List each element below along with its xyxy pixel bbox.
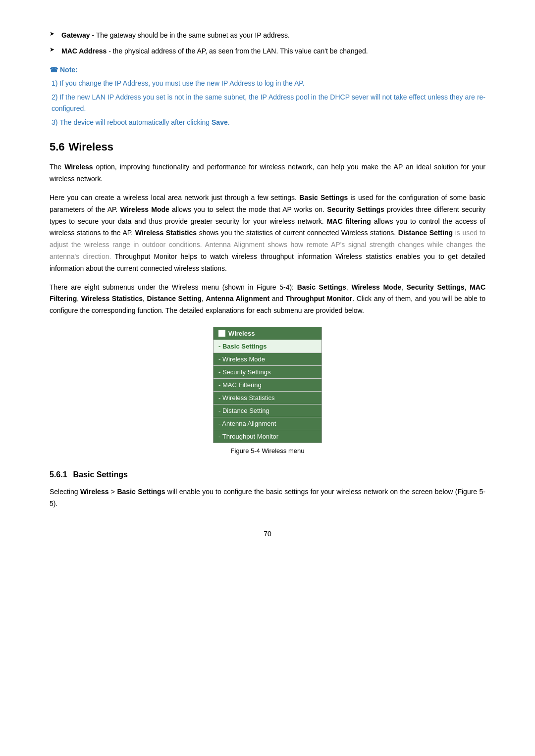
note-text-2: If the new LAN IP Address you set is not… bbox=[52, 93, 485, 112]
note-item-1: 1)If you change the IP Address, you must… bbox=[50, 78, 485, 89]
note-phone-icon: ☎ bbox=[50, 66, 58, 74]
bullet-mac-body: - the physical address of the AP, as see… bbox=[107, 47, 368, 55]
menu-item-wireless-mode-label: - Wireless Mode bbox=[218, 355, 265, 363]
menu-item-throughput-monitor[interactable]: - Throughput Monitor bbox=[214, 430, 321, 443]
menu-header-icon bbox=[218, 330, 225, 337]
wireless-menu: Wireless - Basic Settings - Wireless Mod… bbox=[213, 327, 322, 443]
menu-item-distance-setting-label: - Distance Setting bbox=[218, 407, 269, 414]
note-num-2: 2) bbox=[52, 93, 57, 101]
bullet-arrow-1: ➤ bbox=[50, 30, 54, 37]
bullet-mac: ➤ MAC Address - the physical address of … bbox=[50, 46, 485, 56]
menu-item-throughput-monitor-label: - Throughput Monitor bbox=[218, 433, 278, 440]
subsection-number: 5.6.1 bbox=[50, 470, 67, 479]
note-text-1: If you change the IP Address, you must u… bbox=[59, 79, 304, 87]
menu-item-antenna-alignment[interactable]: - Antenna Alignment bbox=[214, 417, 321, 430]
page-number: 70 bbox=[50, 530, 485, 538]
note-item-3: 3)The device will reboot automatically a… bbox=[50, 117, 485, 128]
menu-container: Wireless - Basic Settings - Wireless Mod… bbox=[50, 327, 485, 457]
menu-item-wireless-statistics-label: - Wireless Statistics bbox=[218, 394, 274, 402]
menu-item-security-settings-label: - Security Settings bbox=[218, 368, 271, 376]
wireless-bold: Wireless bbox=[64, 163, 93, 171]
bullet-gateway-text: Gateway - The gateway should be in the s… bbox=[61, 30, 290, 41]
menu-item-wireless-statistics[interactable]: - Wireless Statistics bbox=[214, 391, 321, 404]
note-section: ☎ Note: 1)If you change the IP Address, … bbox=[50, 66, 485, 128]
bullet-gateway: ➤ Gateway - The gateway should be in the… bbox=[50, 30, 485, 41]
section-para3: There are eight submenus under the Wirel… bbox=[50, 282, 485, 317]
note-num-1: 1) bbox=[52, 79, 57, 87]
page: ➤ Gateway - The gateway should be in the… bbox=[0, 0, 535, 756]
note-header: ☎ Note: bbox=[50, 66, 485, 74]
section-number: 5.6 bbox=[50, 141, 65, 153]
note-num-3: 3) bbox=[52, 118, 57, 126]
subsection-title: Basic Settings bbox=[73, 470, 128, 479]
bullet-gateway-label: Gateway bbox=[61, 31, 90, 39]
menu-item-wireless-mode[interactable]: - Wireless Mode bbox=[214, 353, 321, 365]
bullet-arrow-2: ➤ bbox=[50, 46, 54, 53]
note-text-3: The device will reboot automatically aft… bbox=[59, 118, 229, 126]
section-heading: 5.6Wireless bbox=[50, 141, 485, 153]
menu-item-basic-settings[interactable]: - Basic Settings bbox=[214, 340, 321, 353]
menu-caption: Figure 5-4 Wireless menu bbox=[231, 447, 305, 454]
para2-black2: Throughput Monitor helps to watch wirele… bbox=[50, 252, 485, 272]
menu-item-distance-setting[interactable]: - Distance Setting bbox=[214, 404, 321, 417]
subsection-heading: 5.6.1Basic Settings bbox=[50, 470, 485, 479]
bullet-mac-label: MAC Address bbox=[61, 47, 107, 55]
menu-item-mac-filtering[interactable]: - MAC Filtering bbox=[214, 378, 321, 391]
para2-black: Here you can create a wireless local are… bbox=[50, 194, 485, 237]
menu-item-basic-settings-label: - Basic Settings bbox=[218, 343, 267, 350]
note-item-2: 2)If the new LAN IP Address you set is n… bbox=[50, 92, 485, 114]
menu-item-security-settings[interactable]: - Security Settings bbox=[214, 365, 321, 378]
section-para2: Here you can create a wireless local are… bbox=[50, 192, 485, 275]
subsection-para: Selecting Wireless > Basic Settings will… bbox=[50, 486, 485, 510]
menu-item-antenna-alignment-label: - Antenna Alignment bbox=[218, 420, 276, 427]
bullet-gateway-body: - The gateway should be in the same subn… bbox=[90, 31, 290, 39]
menu-item-mac-filtering-label: - MAC Filtering bbox=[218, 381, 262, 389]
section-title: Wireless bbox=[69, 141, 113, 153]
menu-header-label: Wireless bbox=[228, 330, 255, 337]
menu-header-row: Wireless bbox=[214, 327, 321, 340]
note-header-label: Note: bbox=[60, 66, 78, 74]
section-para1: The Wireless option, improving functiona… bbox=[50, 161, 485, 185]
bullet-mac-text: MAC Address - the physical address of th… bbox=[61, 46, 368, 56]
note-list: 1)If you change the IP Address, you must… bbox=[50, 78, 485, 128]
